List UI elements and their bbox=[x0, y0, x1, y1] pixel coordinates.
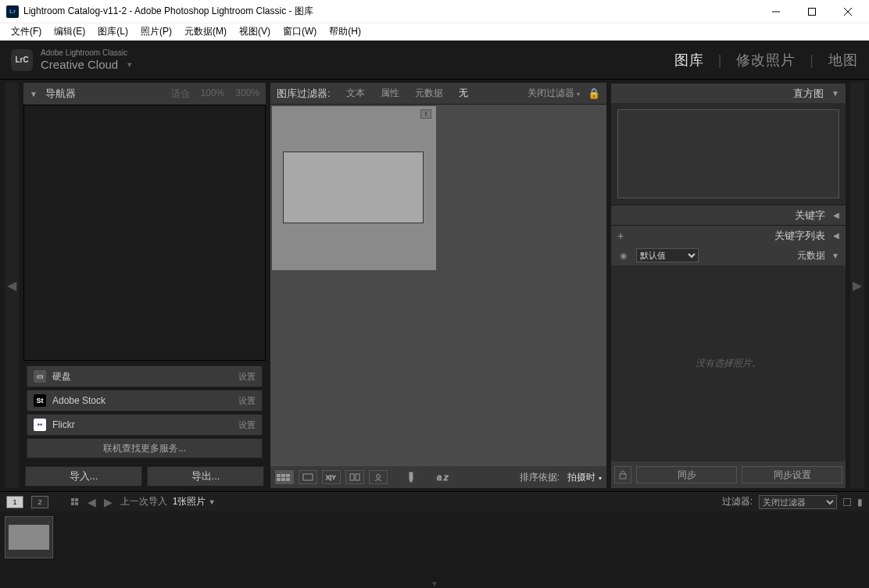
library-filter-bar: 图库过滤器: 文本 属性 元数据 无 关闭过滤器 ▾ 🔒 bbox=[270, 83, 606, 105]
filmstrip-thumb[interactable]: ▫ bbox=[5, 516, 53, 558]
sort-label: 排序依据: bbox=[520, 471, 560, 484]
filmstrip-header: 1 2 ◀ ▶ 上一次导入 1张照片 ▼ 过滤器: 关闭过滤器 ▮ bbox=[0, 491, 869, 511]
module-library[interactable]: 图库 bbox=[674, 51, 704, 69]
sync-settings-button[interactable]: 同步设置 bbox=[742, 466, 842, 483]
module-develop[interactable]: 修改照片 bbox=[736, 51, 796, 69]
sort-direction-icon[interactable]: az bbox=[434, 470, 453, 484]
menu-library[interactable]: 图库(L) bbox=[91, 23, 134, 40]
filter-meta[interactable]: 元数据 bbox=[415, 87, 443, 100]
left-edge-grip[interactable]: ◀ bbox=[5, 83, 19, 488]
no-selection-text: 没有选择照片。 bbox=[696, 357, 761, 370]
sync-button[interactable]: 同步 bbox=[636, 466, 737, 483]
brand-line2[interactable]: Creative Cloud▼ bbox=[41, 58, 133, 72]
menu-window[interactable]: 窗口(W) bbox=[277, 23, 323, 40]
metadata-preset-select[interactable]: 默认值 bbox=[636, 248, 699, 262]
flickr-icon: •• bbox=[34, 419, 46, 431]
brand-icon: LrC bbox=[11, 49, 33, 71]
zoom-300[interactable]: 300% bbox=[235, 87, 259, 101]
menu-edit[interactable]: 编辑(E) bbox=[48, 23, 91, 40]
minimize-button[interactable] bbox=[758, 0, 794, 23]
primary-display-button[interactable]: 1 bbox=[6, 496, 23, 508]
filter-switch-icon[interactable]: ▮ bbox=[857, 497, 863, 508]
painter-tool-icon[interactable] bbox=[402, 470, 420, 484]
brand-row: LrC Adobe Lightroom Classic Creative Clo… bbox=[0, 41, 869, 80]
svg-rect-9 bbox=[409, 472, 413, 479]
chevron-left-icon: ◀ bbox=[833, 231, 839, 240]
svg-rect-12 bbox=[620, 474, 626, 479]
filter-color-icon[interactable] bbox=[843, 498, 851, 506]
hdd-config[interactable]: 设置 bbox=[238, 371, 256, 383]
stock-icon: St bbox=[34, 394, 46, 407]
svg-rect-6 bbox=[350, 474, 354, 480]
sort-value[interactable]: 拍摄时▾ bbox=[567, 471, 602, 484]
lock-filter-icon[interactable]: 🔒 bbox=[588, 87, 600, 99]
nav-fwd-icon[interactable]: ▶ bbox=[104, 496, 113, 508]
close-button[interactable] bbox=[830, 0, 866, 23]
close-filter-preset[interactable]: 关闭过滤器 ▾ bbox=[527, 87, 580, 100]
grid-view[interactable]: ! bbox=[270, 105, 606, 466]
nav-back-icon[interactable]: ◀ bbox=[88, 496, 96, 508]
svg-text:X|Y: X|Y bbox=[326, 474, 336, 481]
filmstrip-thumb-image bbox=[9, 525, 49, 550]
grid-cell[interactable]: ! bbox=[272, 106, 436, 270]
window-title: Lightroom Catalog-v11-2 - Adobe Photosho… bbox=[23, 5, 313, 18]
menu-help[interactable]: 帮助(H) bbox=[323, 23, 367, 40]
maximize-button[interactable] bbox=[794, 0, 830, 23]
right-edge-grip[interactable]: ▶ bbox=[850, 83, 864, 488]
bottom-edge-grip[interactable]: ▼ bbox=[0, 579, 869, 588]
filmstrip-grid-icon[interactable] bbox=[70, 498, 80, 506]
service-flickr[interactable]: •• Flickr 设置 bbox=[27, 414, 263, 436]
filter-text[interactable]: 文本 bbox=[346, 87, 365, 100]
secondary-display-button[interactable]: 2 bbox=[31, 496, 48, 508]
thumb-badge-icon: ▫ bbox=[48, 519, 50, 526]
filter-attr[interactable]: 属性 bbox=[381, 87, 399, 100]
histogram-header[interactable]: 直方图 ▼ bbox=[611, 83, 846, 103]
chevron-down-icon: ▼ bbox=[831, 251, 839, 260]
grid-view-icon[interactable] bbox=[275, 470, 294, 484]
navigator-preview bbox=[23, 105, 266, 361]
stock-config[interactable]: 设置 bbox=[238, 395, 256, 407]
keyword-list-header[interactable]: + 关键字列表 ◀ bbox=[611, 225, 846, 245]
zoom-fit[interactable]: 适合 bbox=[171, 87, 190, 101]
filter-label: 图库过滤器: bbox=[277, 87, 331, 101]
menu-photo[interactable]: 照片(P) bbox=[134, 23, 178, 40]
service-hdd[interactable]: ▭ 硬盘 设置 bbox=[27, 365, 263, 387]
service-adobe-stock[interactable]: St Adobe Stock 设置 bbox=[27, 390, 263, 412]
svg-rect-4 bbox=[303, 474, 313, 480]
zoom-100[interactable]: 100% bbox=[201, 87, 225, 101]
flag-badge-icon[interactable]: ! bbox=[420, 109, 431, 119]
survey-view-icon[interactable] bbox=[345, 470, 364, 484]
histogram-body bbox=[611, 103, 846, 205]
navigator-header[interactable]: ▼ 导航器 适合 100% 300% bbox=[23, 83, 266, 105]
histogram-canvas bbox=[617, 109, 839, 198]
module-map[interactable]: 地图 bbox=[828, 51, 858, 69]
export-button[interactable]: 导出... bbox=[147, 466, 264, 486]
filter-none[interactable]: 无 bbox=[459, 87, 468, 100]
chevron-down-icon: ▼ bbox=[831, 89, 839, 98]
source-crumb[interactable]: 上一次导入 1张照片 ▼ bbox=[120, 495, 216, 508]
window-titlebar: Lr Lightroom Catalog-v11-2 - Adobe Photo… bbox=[0, 0, 869, 23]
sync-lock-icon[interactable] bbox=[614, 466, 631, 483]
import-button[interactable]: 导入... bbox=[25, 466, 142, 486]
menu-file[interactable]: 文件(F) bbox=[5, 23, 48, 40]
find-more-services[interactable]: 联机查找更多服务... bbox=[27, 438, 263, 458]
filmstrip-filter-select[interactable]: 关闭过滤器 bbox=[759, 495, 837, 509]
svg-point-8 bbox=[377, 475, 381, 479]
menu-view[interactable]: 视图(V) bbox=[233, 23, 277, 40]
keywords-header[interactable]: 关键字 ◀ bbox=[611, 205, 846, 225]
metadata-header[interactable]: ◉ 默认值 元数据 ▼ bbox=[611, 245, 846, 265]
svg-text:a: a bbox=[437, 472, 442, 482]
filmstrip-filter-label: 过滤器: bbox=[722, 495, 753, 508]
people-view-icon[interactable] bbox=[369, 470, 388, 484]
menu-metadata[interactable]: 元数据(M) bbox=[178, 23, 233, 40]
eye-icon[interactable]: ◉ bbox=[617, 251, 630, 261]
loupe-view-icon[interactable] bbox=[299, 470, 317, 484]
compare-view-icon[interactable]: X|Y bbox=[322, 470, 341, 484]
menubar: 文件(F) 编辑(E) 图库(L) 照片(P) 元数据(M) 视图(V) 窗口(… bbox=[0, 23, 869, 41]
flickr-config[interactable]: 设置 bbox=[238, 419, 256, 431]
hdd-icon: ▭ bbox=[34, 370, 46, 383]
grid-toolbar: X|Y az 排序依据: 拍摄时▾ bbox=[270, 466, 606, 488]
filmstrip[interactable]: ▫ bbox=[0, 511, 869, 579]
thumbnail-image[interactable] bbox=[283, 151, 424, 223]
plus-icon[interactable]: + bbox=[617, 230, 624, 242]
